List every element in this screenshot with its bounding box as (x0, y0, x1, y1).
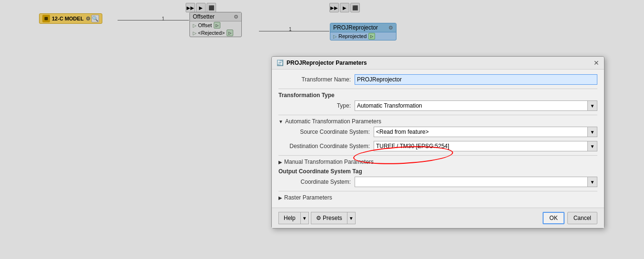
cancel-button[interactable]: Cancel (567, 212, 597, 224)
divider-3 (278, 155, 597, 156)
source-coord-select[interactable]: <Read from feature> (374, 127, 588, 137)
coord-system-row: Coordinate System: ▼ (278, 177, 597, 187)
coord-system-wrap: ▼ (355, 177, 597, 187)
ok-button[interactable]: OK (543, 212, 564, 224)
type-dropdown-btn[interactable]: ▼ (588, 100, 597, 111)
help-button[interactable]: Help (278, 212, 300, 224)
divider-1 (278, 89, 597, 89)
transformer-name-row: Transformer Name: (278, 74, 597, 85)
source-coord-label: Source Coordinate System: (278, 129, 374, 135)
type-select[interactable]: Automatic Transformation Manual Transfor… (355, 100, 588, 111)
presets-icon: ⚙ (316, 215, 321, 221)
dest-coord-row: Destination Coordinate System: ▼ (278, 141, 597, 151)
help-dropdown-arrow[interactable]: ▼ (300, 212, 309, 224)
transformer-name-control (355, 74, 597, 85)
auto-params-label: Automatic Transformation Parameters (285, 118, 381, 125)
source-coord-wrap: <Read from feature> ▼ (374, 127, 597, 137)
divider-2 (278, 115, 597, 115)
manual-params-label: Manual Transformation Parameters (284, 159, 374, 165)
footer-right: OK Cancel (543, 212, 597, 224)
raster-params-collapsible[interactable]: ▶ Raster Parameters (278, 194, 597, 201)
manual-params-collapsible[interactable]: ▶ Manual Transformation Parameters (278, 159, 597, 165)
dialog-titlebar: 🔄 PROJReprojector Parameters ✕ (272, 57, 604, 70)
source-coord-row: Source Coordinate System: <Read from fea… (278, 127, 597, 137)
dialog-close-button[interactable]: ✕ (594, 60, 599, 66)
coord-system-select[interactable] (355, 177, 588, 187)
auto-params-chevron: ▼ (278, 119, 283, 124)
transformer-name-label: Transformer Name: (278, 76, 355, 83)
type-dropdown-wrap: Automatic Transformation Manual Transfor… (355, 100, 597, 111)
source-coord-dropdown-btn[interactable]: ▼ (588, 127, 597, 137)
raster-params-label: Raster Parameters (284, 194, 332, 201)
manual-params-chevron: ▶ (278, 159, 282, 165)
divider-4 (278, 191, 597, 191)
raster-params-chevron: ▶ (278, 195, 282, 200)
dialog-footer: Help ▼ ⚙ Presets ▼ OK Cancel (272, 208, 604, 228)
dialog-transformer-icon: 🔄 (277, 60, 284, 66)
dest-coord-wrap: ▼ (374, 141, 597, 151)
transformation-type-header: Transformation Type (278, 92, 597, 99)
type-row: Type: Automatic Transformation Manual Tr… (278, 100, 597, 111)
coord-system-label: Coordinate System: (278, 179, 355, 185)
footer-left: Help ▼ ⚙ Presets ▼ (278, 212, 356, 224)
presets-dropdown-arrow[interactable]: ▼ (347, 212, 356, 224)
type-label: Type: (278, 102, 355, 109)
help-btn-split: Help ▼ (278, 212, 309, 224)
output-tag-header: Output Coordinate System Tag (278, 168, 597, 175)
presets-label: Presets (323, 215, 342, 221)
presets-btn-split: ⚙ Presets ▼ (311, 212, 356, 224)
dialog-body: Transformer Name: Transformation Type Ty… (272, 70, 604, 208)
presets-button[interactable]: ⚙ Presets (311, 212, 347, 224)
dialog-title: PROJReprojector Parameters (287, 60, 367, 66)
dest-coord-label: Destination Coordinate System: (278, 143, 374, 149)
auto-params-collapsible[interactable]: ▼ Automatic Transformation Parameters (278, 118, 597, 125)
dest-coord-dropdown-btn[interactable]: ▼ (588, 141, 597, 151)
dialog: 🔄 PROJReprojector Parameters ✕ Transform… (271, 56, 604, 229)
dialog-title-left: 🔄 PROJReprojector Parameters (277, 60, 367, 66)
dest-coord-input[interactable] (374, 141, 588, 151)
transformer-name-input[interactable] (355, 74, 597, 85)
coord-system-dropdown-btn[interactable]: ▼ (588, 177, 597, 187)
